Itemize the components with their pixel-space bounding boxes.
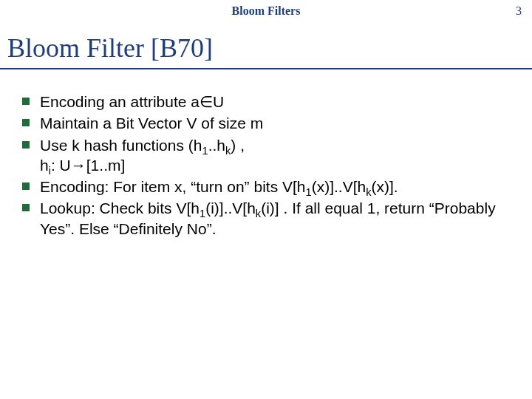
- list-item: Lookup: Check bits V[h1(i)]..V[hk(i)] . …: [22, 198, 510, 239]
- slide-body: Encoding an attribute a∈U Maintain a Bit…: [0, 92, 532, 239]
- bullet-icon: [22, 141, 30, 149]
- title-rule: [0, 68, 532, 69]
- bullet-text: Encoding an attribute a∈U: [40, 92, 224, 112]
- slide-header: Bloom Filters 3: [0, 0, 532, 25]
- bullet-icon: [22, 204, 30, 211]
- list-item: Encoding an attribute a∈U: [22, 92, 510, 112]
- list-item: Use k hash functions (h1..hk) ,hi: U→[1.…: [22, 135, 510, 176]
- list-item: Maintain a Bit Vector V of size m: [22, 113, 510, 133]
- bullet-text: Lookup: Check bits V[h1(i)]..V[hk(i)] . …: [40, 198, 510, 239]
- bullet-text: Use k hash functions (h1..hk) ,hi: U→[1.…: [40, 135, 245, 176]
- bullet-icon: [22, 98, 30, 105]
- list-item: Encoding: For item x, “turn on” bits V[h…: [22, 177, 510, 197]
- bullet-icon: [22, 183, 30, 190]
- bullet-text: Encoding: For item x, “turn on” bits V[h…: [40, 177, 398, 197]
- bullet-icon: [22, 119, 30, 126]
- slide-title: Bloom Filter [B70]: [7, 33, 532, 64]
- bullet-text: Maintain a Bit Vector V of size m: [40, 113, 263, 133]
- header-title: Bloom Filters: [0, 4, 532, 18]
- page-number: 3: [516, 4, 522, 18]
